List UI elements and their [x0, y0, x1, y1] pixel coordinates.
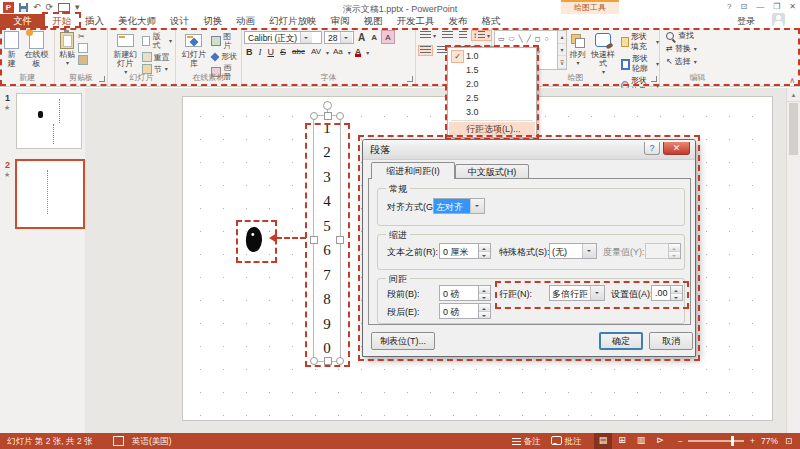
- resize-handle-s[interactable]: [324, 357, 332, 365]
- chevron-down-icon[interactable]: [582, 244, 596, 258]
- space-after-spinner[interactable]: [479, 303, 491, 319]
- scrollbar-thumb[interactable]: [789, 103, 798, 155]
- paste-button[interactable]: 粘贴 ▾: [57, 30, 77, 69]
- dialog-help-button[interactable]: ?: [644, 142, 660, 155]
- tab-design[interactable]: 设计: [163, 14, 196, 28]
- vertical-scrollbar[interactable]: ▴: [786, 88, 800, 433]
- dialog-close-button[interactable]: ✕: [663, 142, 690, 155]
- gallery-scroll-down-icon[interactable]: ▾: [558, 44, 565, 57]
- at-field[interactable]: .00: [651, 285, 671, 301]
- before-text-spinner[interactable]: [479, 243, 491, 259]
- tab-beautify[interactable]: 美化大师: [111, 14, 163, 28]
- tab-transitions[interactable]: 切换: [196, 14, 229, 28]
- ink-blob-shape[interactable]: [245, 226, 263, 252]
- notes-button[interactable]: 备注: [512, 436, 540, 448]
- reading-view-button[interactable]: ▥: [632, 433, 650, 449]
- vertical-numbers-textbox[interactable]: 1 2 3 4 5 6 7 8 9 0: [313, 115, 341, 362]
- collapse-ribbon-icon[interactable]: ∧: [789, 76, 795, 85]
- dialog-titlebar[interactable]: 段落 ? ✕: [363, 140, 695, 160]
- restore-icon[interactable]: ❐: [773, 2, 780, 11]
- line-spacing-combo[interactable]: 多倍行距: [549, 285, 605, 301]
- chevron-down-icon[interactable]: [470, 199, 484, 213]
- tab-format[interactable]: 格式: [475, 14, 508, 28]
- bold-button[interactable]: B: [244, 46, 255, 58]
- chevron-down-icon[interactable]: [590, 286, 604, 300]
- at-spinner[interactable]: [671, 285, 683, 301]
- tab-publish[interactable]: 发布: [442, 14, 475, 28]
- resize-handle-nw[interactable]: [310, 112, 318, 120]
- ribbon-display-icon[interactable]: ⊡: [740, 2, 747, 11]
- gallery-scrollbar[interactable]: ▴ ▾ ⊽: [558, 30, 566, 70]
- decrease-indent-button[interactable]: [457, 30, 469, 41]
- character-spacing-button[interactable]: AV: [309, 46, 323, 58]
- gallery-more-icon[interactable]: ⊽: [558, 56, 565, 69]
- zoom-slider[interactable]: [688, 440, 744, 442]
- strikethrough-button[interactable]: abc: [290, 46, 307, 58]
- cut-icon[interactable]: ✂: [78, 32, 88, 41]
- resize-handle-ne[interactable]: [336, 112, 344, 120]
- special-format-combo[interactable]: (无): [549, 243, 597, 259]
- underline-button[interactable]: U: [266, 46, 277, 58]
- font-name-combo[interactable]: Calibri (正文): [244, 31, 322, 44]
- menu-item-1.5[interactable]: 1.5: [449, 63, 535, 77]
- new-button[interactable]: 新建: [2, 30, 21, 69]
- menu-item-2.0[interactable]: 2.0: [449, 77, 535, 91]
- dialog-launcher-icon[interactable]: [407, 76, 413, 82]
- normal-view-button[interactable]: ▤: [594, 433, 612, 449]
- spell-check-icon[interactable]: [113, 436, 124, 447]
- copy-icon[interactable]: [78, 43, 88, 53]
- clear-formatting-button[interactable]: A: [381, 30, 395, 44]
- ok-button[interactable]: 确定: [599, 332, 643, 350]
- menu-item-1.0[interactable]: ✓1.0: [449, 49, 535, 63]
- tab-review[interactable]: 审阅: [324, 14, 357, 28]
- tab-home[interactable]: 开始: [45, 14, 78, 28]
- zoom-slider-thumb[interactable]: [731, 436, 734, 446]
- tab-file[interactable]: 文件: [0, 14, 45, 28]
- alignment-combo[interactable]: 左对齐: [433, 198, 485, 214]
- find-button[interactable]: 查找: [666, 31, 735, 41]
- dialog-tab-indent-spacing[interactable]: 缩进和间距(I): [371, 162, 455, 179]
- tab-insert[interactable]: 插入: [78, 14, 111, 28]
- tab-developer[interactable]: 开发工具: [390, 14, 442, 28]
- layout-button[interactable]: 版式▾: [142, 32, 172, 50]
- online-template-button[interactable]: 在线模板: [21, 30, 52, 69]
- menu-item-2.5[interactable]: 2.5: [449, 91, 535, 105]
- shadow-strike-button[interactable]: S: [278, 46, 288, 58]
- minimize-icon[interactable]: —: [756, 2, 764, 11]
- picture-button[interactable]: 图片: [211, 32, 238, 50]
- tab-view[interactable]: 视图: [357, 14, 390, 28]
- slide-library-button[interactable]: 幻灯片库: [178, 30, 210, 69]
- format-painter-icon[interactable]: [78, 55, 88, 65]
- rotate-handle[interactable]: [323, 101, 332, 110]
- new-slide-button[interactable]: 新建幻灯片 ▾: [110, 30, 141, 78]
- cancel-button[interactable]: 取消: [649, 332, 693, 350]
- space-before-field[interactable]: 0 磅: [439, 285, 479, 301]
- menu-item-line-spacing-options[interactable]: 行距选项(L)...: [449, 122, 535, 136]
- change-case-button[interactable]: Aa: [331, 46, 345, 58]
- resize-handle-se[interactable]: [336, 357, 344, 365]
- arrange-button[interactable]: 排列 ▾: [567, 30, 589, 69]
- space-before-spinner[interactable]: [479, 285, 491, 301]
- numbering-button[interactable]: [440, 30, 455, 41]
- shape-outline-button[interactable]: 形状轮廓▾: [621, 54, 659, 74]
- language-indicator[interactable]: 英语(美国): [132, 436, 172, 448]
- resize-handle-e[interactable]: [336, 236, 344, 244]
- space-after-field[interactable]: 0 磅: [439, 303, 479, 319]
- scroll-up-icon[interactable]: ▴: [787, 88, 800, 102]
- gallery-scroll-up-icon[interactable]: ▴: [558, 31, 565, 44]
- slideshow-view-button[interactable]: ⊳: [651, 433, 669, 449]
- tab-slideshow[interactable]: 幻灯片放映: [262, 14, 324, 28]
- zoom-out-button[interactable]: −: [678, 436, 683, 446]
- reset-button[interactable]: 重置: [142, 52, 172, 62]
- zoom-level[interactable]: 77%: [761, 436, 778, 446]
- before-text-field[interactable]: 0 厘米: [439, 243, 479, 259]
- contextual-tab-header[interactable]: 绘图工具: [561, 0, 619, 14]
- fit-to-window-icon[interactable]: ⊡: [785, 436, 792, 446]
- dialog-launcher-icon[interactable]: [99, 76, 105, 82]
- resize-handle-n[interactable]: [324, 112, 332, 120]
- tab-animations[interactable]: 动画: [229, 14, 262, 28]
- zoom-in-button[interactable]: +: [750, 436, 755, 446]
- grow-font-button[interactable]: A: [356, 32, 367, 43]
- tabs-button[interactable]: 制表位(T)...: [371, 332, 435, 350]
- close-icon[interactable]: ✕: [789, 2, 796, 11]
